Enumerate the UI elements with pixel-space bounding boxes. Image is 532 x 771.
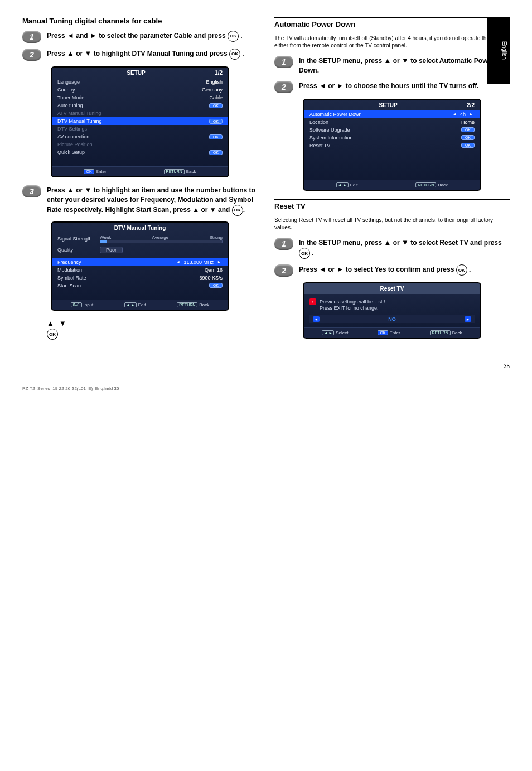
apd-title: Automatic Power Down: [274, 17, 510, 31]
down-arrow-icon: ▼: [85, 49, 92, 57]
footer-filename: RZ-T2_Series_19-22-26-32(L01_E)_Eng.indd…: [22, 386, 510, 391]
osd2-footer-input: 0–9Input: [71, 302, 93, 307]
osd2-row-symbolrate[interactable]: Symbol Rate6900 KS/s: [52, 274, 228, 282]
osd3-row-apd[interactable]: Automatic Power Down ◄4h►: [304, 110, 480, 118]
footer-text: Edit: [350, 182, 358, 187]
osd1-row-language[interactable]: LanguageEnglish: [52, 78, 228, 86]
osd1-label: Country: [57, 87, 75, 93]
ok-icon: OK: [232, 205, 243, 216]
osd3-row-swupgrade[interactable]: Software UpgradeOK: [304, 126, 480, 134]
step-badge: 1: [274, 56, 293, 68]
qual-label: Quality: [57, 247, 96, 253]
osd1-row-avconn[interactable]: AV connectionOK: [52, 133, 228, 141]
ok-icon: OK: [456, 264, 467, 276]
footer-text: Edit: [138, 302, 146, 307]
osd3-footer-edit: ◄ ►Edit: [336, 182, 358, 187]
ok-icon: OK: [229, 49, 240, 60]
osd2-label: Start Scan: [57, 283, 81, 288]
step-2: 2 Press ▲ or ▼ to highlight DTV Manual T…: [22, 49, 258, 61]
left-heading: Manual Tuning digital channels for cable: [22, 17, 258, 25]
left-arrow-icon[interactable]: ◄: [313, 316, 320, 322]
return-key-icon: RETURN: [164, 169, 185, 174]
osd2-val: 6900 KS/s: [199, 275, 223, 281]
right-arrow-icon[interactable]: ►: [465, 316, 471, 322]
right-arrow-icon[interactable]: ►: [216, 259, 223, 265]
osd3-val-pill: OK: [461, 135, 475, 140]
nav-key-icon: ◄ ►: [124, 302, 137, 307]
ok-key-icon: OK: [378, 330, 388, 335]
osd-setup-2: SETUP2/2 Automatic Power Down ◄4h► Locat…: [303, 99, 481, 191]
reset-osd-title: Reset TV: [304, 283, 480, 294]
osd2-row-startscan[interactable]: Start ScanOK: [52, 282, 228, 290]
apd-step1-or: or: [393, 57, 402, 65]
reset-footer-back: RETURNBack: [430, 330, 462, 335]
osd1-label: Language: [57, 79, 80, 85]
osd3-row-location[interactable]: LocationHome: [304, 118, 480, 126]
page-number: 35: [22, 363, 510, 369]
left-arrow-icon: ◄: [319, 265, 326, 273]
nav-key-icon: ◄ ►: [322, 330, 334, 335]
osd3-val-pill: OK: [461, 127, 475, 132]
osd1-row-country[interactable]: CountryGermany: [52, 86, 228, 94]
ok-icon: OK: [47, 329, 58, 340]
return-key-icon: RETURN: [415, 182, 436, 187]
footer-text: Enter: [390, 330, 400, 335]
right-arrow-icon[interactable]: ►: [468, 112, 475, 117]
step-3: 3 Press ▲ or ▼ to highlight an item and …: [22, 185, 258, 216]
osd2-row-frequency[interactable]: Frequency ◄113.000 MHz►: [52, 258, 228, 266]
footer-text: Input: [84, 302, 94, 307]
apd-step2-or: or: [328, 82, 336, 90]
osd1-val-pill: OK: [209, 134, 223, 139]
down-arrow-icon: ▼: [402, 238, 409, 247]
step2-txt-or: or: [76, 50, 84, 57]
reset-step2-or: or: [328, 266, 336, 273]
footer-text: Back: [452, 330, 462, 335]
left-arrow-icon: ◄: [319, 81, 326, 90]
osd3-label: System Information: [309, 135, 353, 141]
osd1-val-pill: OK: [209, 119, 223, 124]
osd3-label: Location: [309, 119, 328, 125]
step-badge: 1: [274, 238, 293, 250]
osd3-label: Reset TV: [309, 143, 330, 148]
osd1-footer-back: RETURNBack: [164, 169, 196, 174]
up-arrow-icon: ▲: [384, 238, 391, 247]
reset-step1-a: In the SETUP menu, press: [299, 239, 384, 247]
side-tab: English: [487, 17, 510, 84]
osd1-row-dtvsettings: DTV Settings: [52, 125, 228, 133]
osd1-val: English: [206, 79, 223, 85]
reset-no-bar[interactable]: ◄ NO ►: [309, 315, 475, 323]
osd2-footer-edit: ◄ ►Edit: [124, 302, 146, 307]
osd1-row-tunermode[interactable]: Tuner ModeCable: [52, 94, 228, 102]
osd2-label: Frequency: [57, 259, 81, 265]
left-arrow-icon[interactable]: ◄: [451, 112, 458, 117]
osd3-row-sysinfo[interactable]: System InformationOK: [304, 134, 480, 142]
reset-step1-b: to select Reset TV and press: [410, 239, 501, 247]
left-arrow-icon[interactable]: ◄: [175, 259, 181, 265]
osd2-row-modulation[interactable]: ModulationQam 16: [52, 266, 228, 274]
osd1-row-quicksetup[interactable]: Quick SetupOK: [52, 148, 228, 156]
down-arrow-icon: ▼: [59, 319, 66, 327]
reset-step-2: 2 Press ◄ or ► to select Yes to confirm …: [274, 264, 510, 277]
osd1-row-picpos: Picture Position: [52, 141, 228, 148]
reset-warn-text: Previous settings will be lost !: [320, 299, 385, 305]
osd1-label: DTV Settings: [57, 126, 87, 132]
reset-no-text: NO: [320, 316, 465, 322]
sig-weak: Weak: [100, 235, 111, 240]
osd1-footer-enter: OKEnter: [84, 169, 106, 174]
reset-step1-dot: .: [312, 249, 313, 257]
osd1-row-autotuning[interactable]: Auto tuningOK: [52, 102, 228, 109]
step3-a: Press: [47, 186, 67, 194]
osd1-label: Auto tuning: [57, 103, 83, 108]
osd3-row-resettv[interactable]: Reset TVOK: [304, 142, 480, 150]
osd1-row-dtvmanual[interactable]: DTV Manual TuningOK: [52, 117, 228, 125]
sig-label: Signal Strength: [57, 236, 96, 242]
osd1-label: Tuner Mode: [57, 95, 84, 100]
reset-step1-or: or: [393, 239, 402, 247]
qual-val: Poor: [100, 247, 123, 253]
footer-text: Back: [199, 302, 209, 307]
left-arrow-icon: ◄: [67, 31, 74, 40]
reset-footer-select: ◄ ►Select: [322, 330, 348, 335]
ok-icon: OK: [299, 248, 310, 259]
down-arrow-icon: ▼: [402, 56, 409, 65]
osd-reset: Reset TV !Previous settings will be lost…: [303, 282, 481, 339]
